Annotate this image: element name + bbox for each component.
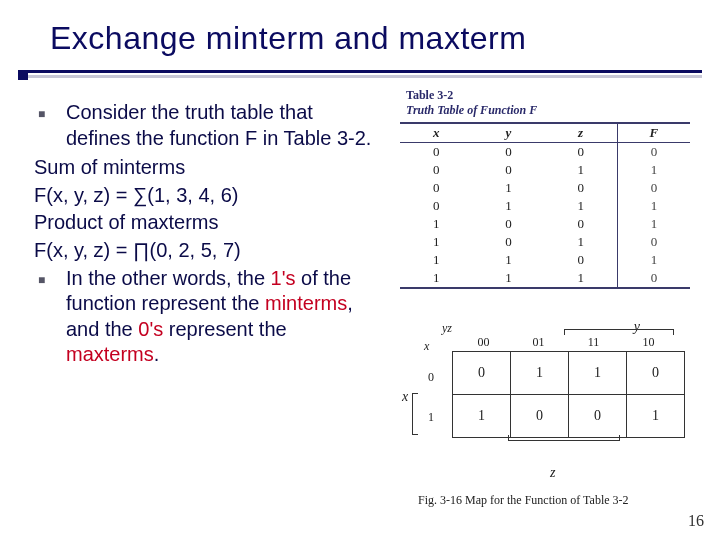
table-row: 0111 <box>400 197 690 215</box>
cell: 0 <box>472 215 544 233</box>
kmap-x-head-label: x <box>424 339 429 354</box>
cell: 0 <box>472 143 544 161</box>
title-area: Exchange minterm and maxterm <box>50 20 690 57</box>
cell: 0 <box>545 143 618 161</box>
col-label: 01 <box>511 335 566 350</box>
emph-ones: 1's <box>271 267 296 289</box>
cell: 0 <box>472 233 544 251</box>
t: In the other words, the <box>66 267 271 289</box>
slide: Exchange minterm and maxterm ■ Consider … <box>0 0 720 540</box>
kmap-row-labels: 0 1 <box>428 357 434 437</box>
col-label: 10 <box>621 335 676 350</box>
kmap-grid: 0 1 1 0 1 0 0 1 <box>452 351 685 438</box>
title-square-icon <box>18 70 28 80</box>
emph-minterms: minterms <box>265 292 347 314</box>
cell: 0 <box>618 233 690 251</box>
cell: 1 <box>472 269 544 287</box>
th-y: y <box>472 124 544 142</box>
row-label: 0 <box>428 357 434 397</box>
bullet-icon: ■ <box>30 266 66 368</box>
cell: 1 <box>545 269 618 287</box>
bullet-1-text: Consider the truth table that defines th… <box>66 100 375 151</box>
kmap-cell: 1 <box>511 352 569 395</box>
bullet-2-text: In the other words, the 1's of the funct… <box>66 266 375 368</box>
table-caption: Truth Table of Function F <box>406 103 705 118</box>
bullet-1: ■ Consider the truth table that defines … <box>30 100 375 151</box>
table-row: 1110 <box>400 269 690 287</box>
table-number: Table 3-2 <box>406 88 705 103</box>
cell: 1 <box>545 161 618 179</box>
t: . <box>154 343 160 365</box>
table-row: 1101 <box>400 251 690 269</box>
cell: 0 <box>400 161 472 179</box>
th-x: x <box>400 124 472 142</box>
kmap-x-label: x <box>402 389 408 405</box>
cell: 0 <box>400 179 472 197</box>
table-row: 0100 <box>400 179 690 197</box>
emph-maxterms: maxterms <box>66 343 154 365</box>
line-product-of-maxterms: Product of maxterms <box>34 210 375 236</box>
cell: 1 <box>400 233 472 251</box>
kmap-cell: 0 <box>453 352 511 395</box>
kmap-cell: 0 <box>511 395 569 438</box>
body-text: ■ Consider the truth table that defines … <box>30 100 375 372</box>
table-row: 1010 <box>400 233 690 251</box>
kmap-cell: 1 <box>453 395 511 438</box>
kmap: y x z yz x 00 01 11 10 0 1 0 1 1 <box>400 317 690 477</box>
cell: 1 <box>618 251 690 269</box>
kmap-col-labels: 00 01 11 10 <box>456 335 676 350</box>
line-maxterms-formula: F(x, y, z) = ∏(0, 2, 5, 7) <box>34 238 375 264</box>
cell: 1 <box>545 197 618 215</box>
table-row: 1001 <box>400 215 690 233</box>
cell: 0 <box>400 143 472 161</box>
kmap-yz-label: yz <box>442 321 452 336</box>
row-label: 1 <box>428 397 434 437</box>
col-label: 00 <box>456 335 511 350</box>
bullet-2: ■ In the other words, the 1's of the fun… <box>30 266 375 368</box>
emph-zeros: 0's <box>138 318 163 340</box>
kmap-cell: 1 <box>627 395 685 438</box>
cell: 0 <box>545 179 618 197</box>
table-row: 0011 <box>400 161 690 179</box>
th-z: z <box>545 124 618 142</box>
cell: 0 <box>545 251 618 269</box>
kmap-z-label: z <box>550 465 555 481</box>
cell: 0 <box>472 161 544 179</box>
cell: 0 <box>545 215 618 233</box>
cell: 1 <box>472 197 544 215</box>
line-sum-of-minterms: Sum of minterms <box>34 155 375 181</box>
line-minterms-formula: F(x, y, z) = ∑(1, 3, 4, 6) <box>34 183 375 209</box>
cell: 1 <box>618 161 690 179</box>
bullet-icon: ■ <box>30 100 66 151</box>
cell: 0 <box>618 143 690 161</box>
kmap-cell: 0 <box>627 352 685 395</box>
slide-title: Exchange minterm and maxterm <box>50 20 690 57</box>
cell: 0 <box>618 269 690 287</box>
kmap-row: 1 0 0 1 <box>453 395 685 438</box>
cell: 1 <box>545 233 618 251</box>
cell: 1 <box>400 269 472 287</box>
truth-table: x y z F 0000 0011 0100 0111 1001 1010 11… <box>400 122 690 289</box>
cell: 1 <box>618 197 690 215</box>
kmap-x-bracket-icon <box>412 393 418 435</box>
kmap-cell: 0 <box>569 395 627 438</box>
cell: 1 <box>400 215 472 233</box>
truth-table-header: x y z F <box>400 124 690 143</box>
cell: 1 <box>400 251 472 269</box>
table-row: 0000 <box>400 143 690 161</box>
kmap-caption: Fig. 3-16 Map for the Function of Table … <box>418 493 705 508</box>
cell: 1 <box>472 179 544 197</box>
t: represent the <box>163 318 286 340</box>
cell: 1 <box>472 251 544 269</box>
col-label: 11 <box>566 335 621 350</box>
figures-right: Table 3-2 Truth Table of Function F x y … <box>400 88 705 508</box>
th-F: F <box>618 124 690 142</box>
cell: 1 <box>618 215 690 233</box>
kmap-row: 0 1 1 0 <box>453 352 685 395</box>
kmap-cell: 1 <box>569 352 627 395</box>
title-underline <box>18 70 702 73</box>
cell: 0 <box>618 179 690 197</box>
cell: 0 <box>400 197 472 215</box>
page-number: 16 <box>688 512 704 530</box>
